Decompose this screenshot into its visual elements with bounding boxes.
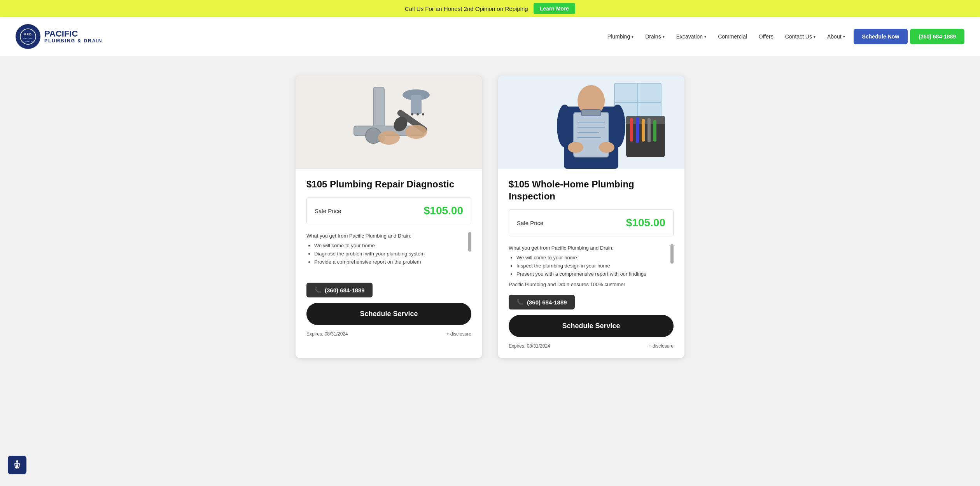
chevron-down-icon: ▾ bbox=[843, 35, 845, 39]
card-1-price: $105.00 bbox=[424, 205, 463, 217]
phone-icon: 📞 bbox=[314, 287, 322, 294]
banner-text: Call Us For an Honest 2nd Opinion on Rep… bbox=[405, 5, 528, 12]
top-banner: Call Us For an Honest 2nd Opinion on Rep… bbox=[0, 0, 980, 17]
chevron-down-icon: ▾ bbox=[814, 35, 816, 39]
card-2-expires: Expires: 08/31/2024 bbox=[509, 343, 550, 349]
svg-point-34 bbox=[610, 105, 625, 147]
svg-point-36 bbox=[599, 142, 614, 153]
card-1-title: $105 Plumbing Repair Diagnostic bbox=[306, 178, 471, 190]
card-1-phone-number: (360) 684-1889 bbox=[325, 287, 365, 294]
svg-text:PLUMBING: PLUMBING bbox=[22, 40, 33, 42]
card-1-schedule-button[interactable]: Schedule Service bbox=[306, 303, 471, 325]
logo-area: PPD PACIFIC PLUMBING PACIFIC PLUMBING & … bbox=[16, 24, 102, 49]
card-2-bullets: We will come to your home Inspect the pl… bbox=[516, 254, 667, 278]
service-card-2: $105 Whole-Home Plumbing Inspection Sale… bbox=[498, 75, 684, 358]
card-2-phone-button[interactable]: 📞 (360) 684-1889 bbox=[509, 295, 575, 309]
card-1-scroll[interactable]: What you get from Pacific Plumbing and D… bbox=[306, 232, 471, 275]
chevron-down-icon: ▾ bbox=[704, 35, 706, 39]
svg-text:PPD: PPD bbox=[24, 33, 32, 36]
card-1-phone-row: 📞 (360) 684-1889 bbox=[306, 283, 471, 297]
card-2-image bbox=[498, 75, 684, 169]
logo-sub: PLUMBING & DRAIN bbox=[44, 38, 102, 44]
card-1-sale-label: Sale Price bbox=[315, 208, 341, 214]
svg-rect-43 bbox=[653, 120, 656, 142]
card-2-description: What you get from Pacific Plumbing and D… bbox=[509, 244, 674, 287]
chevron-down-icon: ▾ bbox=[632, 35, 634, 39]
svg-point-13 bbox=[405, 125, 427, 139]
nav-drains[interactable]: Drains ▾ bbox=[640, 30, 669, 43]
nav-offers[interactable]: Offers bbox=[754, 30, 778, 43]
scroll-thumb[interactable] bbox=[468, 232, 471, 252]
card-1-footer: Expires: 08/31/2024 + disclosure bbox=[306, 331, 471, 337]
card-2-title: $105 Whole-Home Plumbing Inspection bbox=[509, 178, 674, 202]
svg-point-17 bbox=[416, 113, 419, 115]
chevron-down-icon: ▾ bbox=[663, 35, 665, 39]
header: PPD PACIFIC PLUMBING PACIFIC PLUMBING & … bbox=[0, 17, 980, 56]
svg-point-18 bbox=[422, 113, 424, 115]
card-2-intro: What you get from Pacific Plumbing and D… bbox=[509, 245, 614, 251]
card-1-image bbox=[296, 75, 482, 169]
card-1-price-box: Sale Price $105.00 bbox=[306, 197, 471, 224]
card-2-price-box: Sale Price $105.00 bbox=[509, 209, 674, 236]
card-1-phone-button[interactable]: 📞 (360) 684-1889 bbox=[306, 283, 373, 297]
card-2-extra: Pacific Plumbing and Drain ensures 100% … bbox=[509, 281, 667, 287]
svg-rect-40 bbox=[636, 117, 639, 143]
nav-plumbing[interactable]: Plumbing ▾ bbox=[603, 30, 638, 43]
card-2-phone-number: (360) 684-1889 bbox=[527, 299, 567, 306]
learn-more-button[interactable]: Learn More bbox=[534, 3, 575, 14]
svg-point-35 bbox=[568, 142, 583, 153]
scroll-thumb[interactable] bbox=[670, 244, 674, 264]
service-card-1: $105 Plumbing Repair Diagnostic Sale Pri… bbox=[296, 75, 482, 358]
card-2-schedule-button[interactable]: Schedule Service bbox=[509, 315, 674, 337]
list-item: Diagnose the problem with your plumbing … bbox=[314, 250, 464, 258]
card-2-footer: Expires: 08/31/2024 + disclosure bbox=[509, 343, 674, 349]
list-item: We will come to your home bbox=[314, 242, 464, 250]
card-2-body: $105 Whole-Home Plumbing Inspection Sale… bbox=[498, 169, 684, 358]
card-1-intro: What you get from Pacific Plumbing and D… bbox=[306, 233, 411, 239]
logo-icon: PPD PACIFIC PLUMBING bbox=[16, 24, 40, 49]
nav-about[interactable]: About ▾ bbox=[822, 30, 850, 43]
logo-name: PACIFIC bbox=[44, 30, 102, 38]
svg-point-33 bbox=[557, 105, 572, 147]
svg-rect-28 bbox=[581, 110, 601, 116]
card-2-price: $105.00 bbox=[626, 217, 665, 229]
card-2-sale-label: Sale Price bbox=[517, 220, 543, 226]
list-item: Provide a comprehensive report on the pr… bbox=[314, 258, 464, 266]
list-item: Inspect the plumbing design in your home bbox=[516, 262, 667, 270]
nav-excavation[interactable]: Excavation ▾ bbox=[672, 30, 711, 43]
card-1-disclosure[interactable]: + disclosure bbox=[446, 331, 471, 337]
card-2-phone-row: 📞 (360) 684-1889 bbox=[509, 295, 674, 309]
svg-point-16 bbox=[411, 113, 413, 115]
nav-contact-us[interactable]: Contact Us ▾ bbox=[780, 30, 820, 43]
svg-point-12 bbox=[378, 131, 400, 145]
card-2-disclosure[interactable]: + disclosure bbox=[649, 343, 674, 349]
list-item: We will come to your home bbox=[516, 254, 667, 262]
svg-rect-41 bbox=[642, 119, 645, 142]
card-1-expires: Expires: 08/31/2024 bbox=[306, 331, 348, 337]
card-1-body: $105 Plumbing Repair Diagnostic Sale Pri… bbox=[296, 169, 482, 346]
header-phone-button[interactable]: (360) 684-1889 bbox=[910, 29, 964, 44]
svg-text:PACIFIC: PACIFIC bbox=[23, 37, 33, 40]
main-nav: Plumbing ▾ Drains ▾ Excavation ▾ Commerc… bbox=[603, 30, 850, 43]
svg-rect-42 bbox=[648, 118, 651, 142]
schedule-now-button[interactable]: Schedule Now bbox=[854, 29, 908, 44]
phone-icon: 📞 bbox=[516, 299, 524, 306]
list-item: Present you with a comprehensive report … bbox=[516, 270, 667, 278]
svg-rect-39 bbox=[630, 118, 633, 142]
card-1-description: What you get from Pacific Plumbing and D… bbox=[306, 232, 471, 275]
card-1-bullets: We will come to your home Diagnose the p… bbox=[314, 242, 464, 266]
main-content: $105 Plumbing Repair Diagnostic Sale Pri… bbox=[0, 56, 980, 381]
nav-commercial[interactable]: Commercial bbox=[713, 30, 752, 43]
svg-rect-15 bbox=[411, 95, 422, 114]
svg-rect-6 bbox=[296, 75, 482, 169]
card-2-scroll[interactable]: What you get from Pacific Plumbing and D… bbox=[509, 244, 674, 287]
logo-text: PACIFIC PLUMBING & DRAIN bbox=[44, 30, 102, 44]
